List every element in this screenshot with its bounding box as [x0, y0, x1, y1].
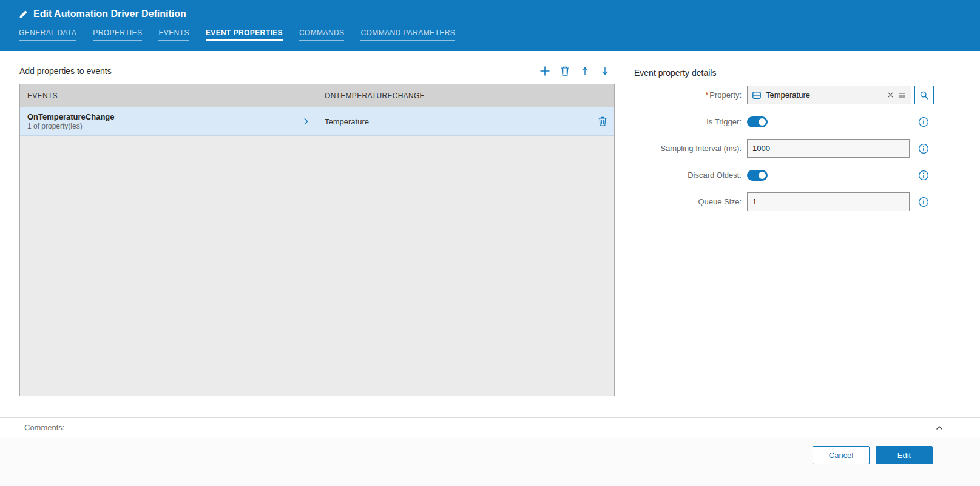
tab-general-data[interactable]: GENERAL DATA [19, 29, 76, 41]
dialog-footer: Cancel Edit [0, 437, 980, 486]
event-properties-column-empty-area [317, 136, 614, 396]
queue-size-input[interactable] [747, 192, 910, 211]
comments-collapse-button[interactable] [935, 424, 944, 432]
is-trigger-field-row: Is Trigger: [634, 112, 934, 131]
sampling-interval-input[interactable] [747, 139, 910, 158]
dialog-title: Edit Automation Driver Definition [33, 8, 186, 19]
clear-property-button[interactable] [887, 92, 894, 98]
row-delete-button[interactable] [598, 116, 607, 127]
discard-oldest-field-row: Discard Oldest: [634, 166, 934, 184]
events-panel: Add properties to events [19, 63, 615, 396]
tab-event-properties[interactable]: EVENT PROPERTIES [206, 29, 283, 41]
tab-properties[interactable]: PROPERTIES [93, 29, 142, 41]
comments-bar: Comments: [0, 417, 980, 437]
sampling-interval-control [747, 139, 934, 158]
event-property-name: Temperature [325, 117, 369, 126]
edit-button[interactable]: Edit [876, 446, 933, 464]
event-name: OnTemperatureChange [27, 112, 115, 122]
is-trigger-label: Is Trigger: [634, 117, 747, 126]
property-label: *Property: [634, 90, 747, 100]
delete-button[interactable] [559, 65, 571, 77]
info-icon [918, 170, 929, 181]
toggle-knob [759, 118, 766, 126]
property-options-button[interactable] [898, 91, 907, 100]
tab-bar: GENERAL DATA PROPERTIES EVENTS EVENT PRO… [19, 29, 980, 41]
info-icon [918, 116, 929, 127]
event-property-details-panel: Event property details *Property: Temper… [634, 67, 934, 211]
clear-icon [887, 92, 894, 98]
edit-pencil-icon [19, 10, 28, 19]
dialog-header: Edit Automation Driver Definition GENERA… [0, 0, 980, 51]
chevron-right-icon [302, 117, 310, 126]
comments-label: Comments: [24, 423, 64, 432]
tab-commands[interactable]: COMMANDS [299, 29, 345, 41]
events-panel-title: Add properties to events [19, 66, 112, 76]
move-up-button[interactable] [579, 65, 591, 77]
options-icon [898, 91, 907, 100]
events-panel-head: Add properties to events [19, 63, 615, 79]
events-table: EVENTS OnTemperatureChange 1 of property… [19, 84, 615, 396]
property-field-row: *Property: Temperature [634, 86, 934, 104]
event-row-text: OnTemperatureChange 1 of property(ies) [27, 112, 115, 131]
add-button[interactable] [539, 65, 551, 77]
is-trigger-control [747, 116, 934, 127]
details-panel-title: Event property details [634, 67, 934, 79]
discard-oldest-info-button[interactable] [918, 170, 929, 181]
queue-size-control [747, 192, 934, 211]
row-delete-icon [598, 116, 607, 127]
discard-oldest-toggle[interactable] [747, 170, 768, 181]
move-down-button[interactable] [599, 65, 611, 77]
property-search-button[interactable] [914, 86, 934, 104]
tab-command-parameters[interactable]: COMMAND PARAMETERS [360, 29, 455, 41]
events-toolbar [539, 65, 615, 77]
delete-icon [560, 66, 570, 76]
required-marker: * [705, 90, 708, 100]
events-column-empty-area [20, 136, 317, 396]
search-icon [919, 90, 929, 100]
property-selector[interactable]: Temperature [747, 86, 911, 104]
details-form: *Property: Temperature [634, 86, 934, 211]
queue-size-label: Queue Size: [634, 197, 747, 206]
add-icon [539, 66, 550, 76]
info-icon [918, 143, 929, 154]
is-trigger-toggle[interactable] [747, 116, 768, 127]
event-properties-column: ONTEMPERATURECHANGE Temperature [317, 84, 614, 396]
event-property-row[interactable]: Temperature [317, 107, 614, 136]
sampling-interval-label: Sampling Interval (ms): [634, 144, 747, 153]
queue-size-info-button[interactable] [918, 197, 929, 208]
dialog-title-row: Edit Automation Driver Definition [19, 7, 980, 21]
sampling-interval-field-row: Sampling Interval (ms): [634, 139, 934, 158]
move-down-icon [600, 66, 610, 76]
discard-oldest-label: Discard Oldest: [634, 170, 747, 180]
collapse-icon [935, 424, 944, 432]
discard-oldest-control [747, 170, 934, 181]
events-column-header: EVENTS [20, 84, 317, 107]
tab-events[interactable]: EVENTS [158, 29, 189, 41]
info-icon [918, 197, 929, 208]
toggle-knob [759, 172, 766, 179]
event-property-count: 1 of property(ies) [27, 122, 115, 131]
events-column: EVENTS OnTemperatureChange 1 of property… [20, 84, 317, 396]
event-properties-column-header: ONTEMPERATURECHANGE [317, 84, 614, 107]
event-row[interactable]: OnTemperatureChange 1 of property(ies) [20, 107, 317, 136]
cancel-button[interactable]: Cancel [813, 446, 870, 464]
move-up-icon [580, 66, 590, 76]
property-control: Temperature [747, 86, 934, 104]
is-trigger-info-button[interactable] [918, 116, 929, 127]
property-value: Temperature [766, 90, 883, 100]
queue-size-field-row: Queue Size: [634, 192, 934, 211]
property-type-icon [752, 90, 762, 100]
sampling-interval-info-button[interactable] [918, 143, 929, 154]
